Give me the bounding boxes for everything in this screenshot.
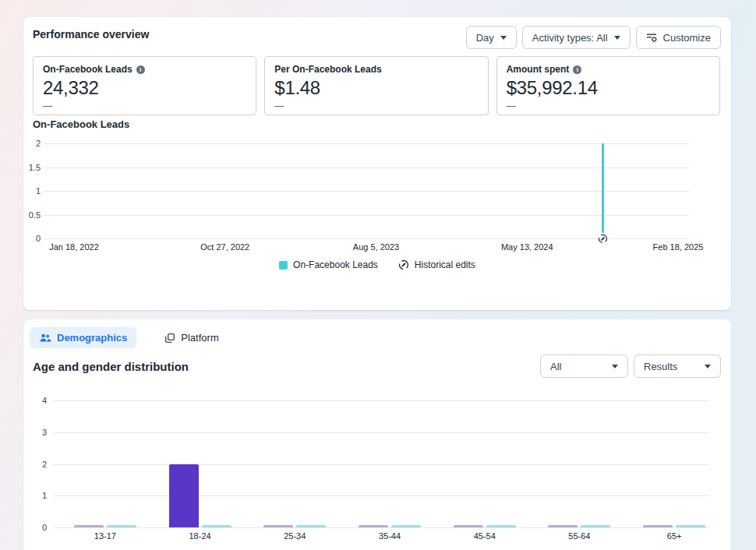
gridline: [44, 191, 689, 192]
metric-card-on-facebook-leads: On-Facebook Leads i 24,332 —: [33, 56, 256, 115]
y-tick-label: 1: [23, 491, 47, 500]
customize-icon: [646, 32, 657, 43]
y-tick-label: 1: [17, 186, 41, 196]
y-tick-label: 2: [17, 139, 41, 148]
legend-item-historical-edits: Historical edits: [398, 259, 475, 270]
y-tick-label: 0: [17, 234, 41, 243]
tab-platform[interactable]: Platform: [155, 327, 228, 348]
activity-types-label: Activity types: All: [532, 32, 608, 44]
gridline: [53, 495, 709, 496]
metric-dropdown-label: Results: [644, 361, 677, 372]
gridline: [44, 215, 689, 216]
metric-delta: —: [43, 100, 246, 111]
metric-dropdown[interactable]: Results: [634, 354, 721, 378]
breakdown-tabs: Demographics Platform: [30, 327, 228, 348]
tab-label: Demographics: [57, 332, 127, 344]
x-tick-label: Jan 18, 2022: [49, 242, 99, 252]
tab-label: Platform: [181, 332, 218, 344]
gridline: [53, 432, 709, 433]
activity-types-dropdown[interactable]: Activity types: All: [522, 26, 631, 49]
gridline: [44, 167, 689, 168]
bar-teal-18-24[interactable]: [202, 525, 231, 527]
customize-button[interactable]: Customize: [636, 26, 721, 49]
bar-purple-65+[interactable]: [643, 525, 673, 527]
age-gender-bar-chart: 4321013-1718-2425-3435-4445-5455-6465+: [23, 393, 731, 550]
x-tick-label: Feb 18, 2025: [653, 242, 704, 252]
chevron-down-icon: [612, 365, 618, 368]
x-tick-label: 13-17: [94, 531, 116, 541]
metric-value: $35,992.14: [507, 77, 710, 99]
performance-controls: Day Activity types: All Customize: [466, 26, 721, 49]
leads-chart-title: On-Facebook Leads: [33, 118, 129, 130]
overlapping-squares-icon: [164, 333, 175, 344]
people-icon: [39, 332, 51, 344]
bar-teal-25-34[interactable]: [296, 525, 326, 527]
chevron-down-icon: [614, 36, 620, 40]
bar-purple-55-64[interactable]: [548, 525, 578, 527]
metric-cards-row: On-Facebook Leads i 24,332 — Per On-Face…: [33, 56, 720, 115]
legend-label: On-Facebook Leads: [293, 259, 378, 270]
y-tick-label: 3: [23, 428, 47, 437]
demographics-controls: All Results: [540, 354, 721, 378]
customize-label: Customize: [663, 32, 711, 44]
x-tick-label: 55-64: [568, 531, 590, 541]
gridline: [44, 238, 689, 239]
demographics-card: Demographics Platform Age and gender dis…: [23, 319, 731, 550]
metric-label: Per On-Facebook Leads: [274, 64, 381, 75]
metric-card-per-on-facebook-leads: Per On-Facebook Leads $1.48 —: [264, 56, 488, 115]
metric-value: $1.48: [274, 77, 478, 99]
y-tick-label: 0.5: [17, 210, 41, 220]
x-tick-label: 25-34: [284, 531, 306, 541]
tab-demographics[interactable]: Demographics: [30, 327, 136, 348]
day-dropdown-label: Day: [476, 32, 494, 44]
bar-teal-35-44[interactable]: [391, 525, 421, 527]
x-tick-label: 65+: [667, 531, 682, 541]
gridline: [53, 527, 709, 528]
page-title: Performance overview: [33, 28, 149, 41]
gridline: [53, 400, 709, 401]
y-tick-label: 1.5: [17, 163, 41, 172]
x-tick-label: 18-24: [189, 531, 210, 541]
historical-edit-marker[interactable]: [597, 233, 609, 245]
leads-spike[interactable]: [602, 143, 604, 238]
y-tick-label: 0: [23, 523, 47, 532]
legend-swatch: [279, 261, 288, 270]
y-tick-label: 4: [23, 396, 47, 405]
breakdown-filter-dropdown[interactable]: All: [540, 354, 628, 378]
bar-purple-13-17[interactable]: [74, 525, 104, 527]
bar-teal-65+[interactable]: [676, 525, 705, 527]
day-dropdown[interactable]: Day: [466, 26, 517, 49]
bar-purple-25-34[interactable]: [263, 525, 293, 527]
metric-label: On-Facebook Leads: [43, 64, 132, 75]
x-tick-label: May 13, 2024: [501, 242, 553, 252]
bar-teal-55-64[interactable]: [581, 525, 610, 527]
bar-purple-35-44[interactable]: [359, 525, 388, 527]
pencil-circle-icon: [398, 259, 409, 270]
y-tick-label: 2: [23, 460, 47, 469]
x-tick-label: 35-44: [379, 531, 401, 541]
age-gender-title: Age and gender distribution: [33, 360, 189, 373]
bar-teal-45-54[interactable]: [486, 525, 516, 527]
performance-overview-card: Performance overview Day Activity types:…: [23, 17, 731, 310]
bar-teal-13-17[interactable]: [107, 525, 136, 527]
legend-item-on-facebook-leads: On-Facebook Leads: [279, 259, 378, 270]
pencil-circle-icon: [598, 234, 608, 244]
gridline: [53, 464, 709, 465]
bar-purple-45-54[interactable]: [454, 525, 483, 527]
info-icon[interactable]: i: [136, 65, 145, 74]
info-icon[interactable]: i: [573, 65, 581, 74]
metric-card-amount-spent: Amount spent i $35,992.14 —: [496, 56, 720, 115]
leads-chart-legend: On-Facebook Leads Historical edits: [23, 259, 731, 270]
x-tick-label: 45-54: [474, 531, 496, 541]
chevron-down-icon: [500, 36, 507, 40]
metric-value: 24,332: [43, 77, 246, 99]
metric-delta: —: [274, 100, 478, 111]
metric-label: Amount spent: [507, 64, 570, 75]
legend-label: Historical edits: [415, 259, 475, 270]
x-tick-label: Aug 5, 2023: [353, 242, 399, 252]
metric-delta: —: [507, 100, 710, 111]
breakdown-filter-label: All: [550, 361, 561, 372]
chevron-down-icon: [705, 365, 711, 368]
leads-line-chart: 21.510.50Jan 18, 2022Oct 27, 2022Aug 5, …: [23, 138, 731, 255]
bar-purple-18-24[interactable]: [169, 464, 199, 528]
